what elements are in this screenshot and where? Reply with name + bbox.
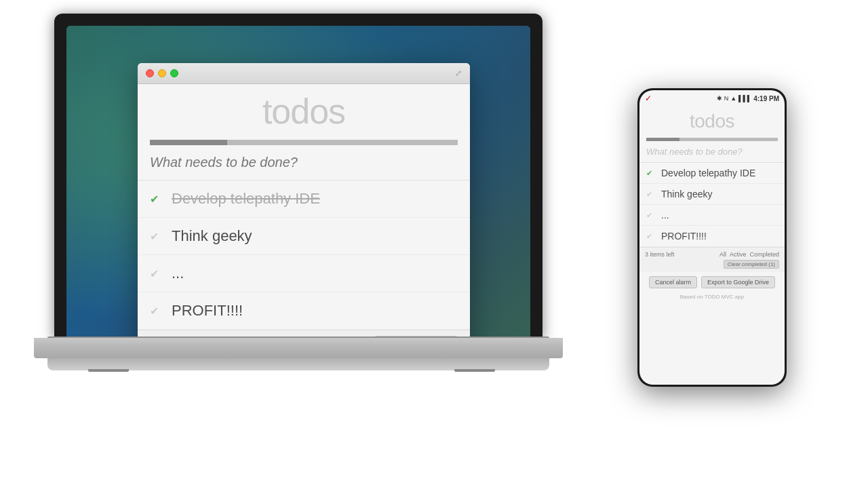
phone-todo-text-1: Develop telepathy IDE <box>661 168 755 178</box>
phone-cancel-alarm-button[interactable]: Cancel alarm <box>649 276 697 288</box>
progress-bar <box>150 140 458 145</box>
phone-status-bar: ✓ ✱ N ▲ ▌▌▌ 4:19 PM <box>639 90 785 107</box>
phone-filter-active[interactable]: Active <box>730 251 747 258</box>
todo-check-1[interactable]: ✔ <box>150 193 163 206</box>
phone-inner: ✓ ✱ N ▲ ▌▌▌ 4:19 PM todos What needs to … <box>639 90 785 385</box>
phone-todo-item-3: ✔ ... <box>639 205 785 226</box>
app-title: todos <box>138 84 470 140</box>
phone-export-button[interactable]: Export to Google Drive <box>701 276 775 288</box>
phone-input-area[interactable]: What needs to be done? <box>639 141 785 163</box>
phone-footer: 3 items left All Active Completed Clear … <box>639 247 785 272</box>
laptop-screen-bezel: ⤢ todos ✔ Develop telepathy I <box>66 26 530 339</box>
phone-wifi-icon: ▲ <box>730 95 736 102</box>
todo-check-2[interactable]: ✔ <box>150 230 163 243</box>
laptop: ⤢ todos ✔ Develop telepathy I <box>34 14 563 461</box>
phone-filter-all[interactable]: All <box>719 251 726 258</box>
phone-filter-completed[interactable]: Completed <box>749 251 779 258</box>
laptop-feet <box>88 369 495 372</box>
phone-bluetooth-icon: ✱ <box>717 95 722 102</box>
traffic-light-green[interactable] <box>170 69 178 77</box>
app-window: ⤢ todos ✔ Develop telepathy I <box>138 63 470 339</box>
phone-attribution: Based on TODO MVC app <box>639 292 785 301</box>
todo-input-area[interactable] <box>138 145 470 180</box>
phone-todo-text-3: ... <box>661 210 669 221</box>
scene: ⤢ todos ✔ Develop telepathy I <box>0 0 868 498</box>
phone-todo-item-2: ✔ Think geeky <box>639 184 785 205</box>
phone-clear-completed-button[interactable]: Clear completed (1) <box>724 260 779 269</box>
todo-input[interactable] <box>150 155 458 170</box>
laptop-foot-right <box>454 369 495 372</box>
traffic-light-yellow[interactable] <box>158 69 166 77</box>
todo-item-2: ✔ Think geeky <box>138 218 470 255</box>
phone-nfc-icon: N <box>724 95 729 102</box>
todo-text-3: ... <box>172 265 184 282</box>
phone-footer-top: 3 items left All Active Completed <box>645 251 779 258</box>
window-titlebar: ⤢ <box>138 63 470 84</box>
todo-item-3: ✔ ... <box>138 255 470 292</box>
phone-app-title: todos <box>639 107 785 138</box>
phone-check-2[interactable]: ✔ <box>646 190 656 199</box>
phone-status-right: ✱ N ▲ ▌▌▌ 4:19 PM <box>717 95 779 102</box>
todo-text-4: PROFIT!!!! <box>172 302 243 320</box>
laptop-foot-left <box>88 369 129 372</box>
phone-todo-text-2: Think geeky <box>661 189 712 199</box>
todo-check-3[interactable]: ✔ <box>150 267 163 280</box>
phone-check-4[interactable]: ✔ <box>646 232 656 241</box>
todo-text-2: Think geeky <box>172 227 252 245</box>
phone-todo-item-4: ✔ PROFIT!!!! <box>639 226 785 247</box>
phone-todo-item-1: ✔ Develop telepathy IDE <box>639 163 785 184</box>
todo-list: ✔ Develop telepathy IDE ✔ Think geeky ✔ … <box>138 180 470 330</box>
todo-item-1: ✔ Develop telepathy IDE <box>138 180 470 218</box>
phone-screen: todos What needs to be done? ✔ Develop t… <box>639 107 785 385</box>
phone-filter-links: All Active Completed <box>719 251 779 258</box>
laptop-wallpaper: ⤢ todos ✔ Develop telepathy I <box>66 26 530 339</box>
laptop-base <box>34 338 563 358</box>
phone-todo-list: ✔ Develop telepathy IDE ✔ Think geeky ✔ … <box>639 163 785 247</box>
traffic-light-red[interactable] <box>146 69 154 77</box>
phone-todo-text-4: PROFIT!!!! <box>661 231 707 242</box>
todo-text-1: Develop telepathy IDE <box>172 190 320 208</box>
laptop-screen-outer: ⤢ todos ✔ Develop telepathy I <box>54 14 542 339</box>
todo-check-4[interactable]: ✔ <box>150 305 163 318</box>
phone-time: 4:19 PM <box>753 95 779 102</box>
todo-item-4: ✔ PROFIT!!!! <box>138 292 470 330</box>
phone-items-left: 3 items left <box>645 251 675 258</box>
phone-buttons: Cancel alarm Export to Google Drive <box>639 272 785 292</box>
progress-bar-fill <box>150 140 227 145</box>
phone-check-1[interactable]: ✔ <box>646 169 656 178</box>
phone-status-indicator: ✓ <box>645 94 652 103</box>
phone: ✓ ✱ N ▲ ▌▌▌ 4:19 PM todos What needs to … <box>637 88 787 387</box>
window-expand-icon[interactable]: ⤢ <box>455 69 462 78</box>
phone-check-3[interactable]: ✔ <box>646 211 656 220</box>
phone-signal-icon: ▌▌▌ <box>738 95 751 102</box>
